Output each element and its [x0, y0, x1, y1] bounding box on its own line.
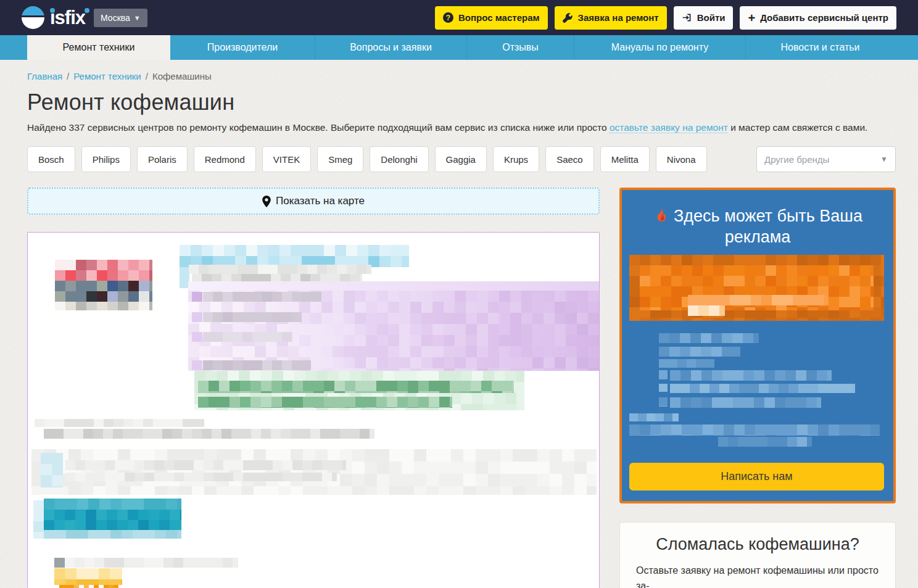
- svg-text:?: ?: [446, 14, 450, 22]
- site-logo[interactable]: isfix: [22, 6, 85, 29]
- question-circle-icon: ?: [443, 12, 453, 23]
- brand-filter-nivona[interactable]: Nivona: [656, 146, 707, 172]
- blurred-bullet: [192, 332, 202, 342]
- breadcrumb-current: Кофемашины: [152, 71, 212, 81]
- blurred-ad-text-line: [718, 437, 812, 447]
- city-label: Москва: [101, 13, 130, 23]
- brand-filter-delonghi[interactable]: Delonghi: [370, 146, 428, 172]
- breadcrumb-separator: /: [67, 71, 69, 81]
- blurred-ad-text-line: [670, 384, 855, 393]
- blurred-bullet: [192, 312, 202, 322]
- blurred-accent-strip: [41, 453, 63, 487]
- page-title: Ремонт кофемашин: [27, 89, 896, 115]
- blurred-ad-bullet: [659, 384, 668, 392]
- brand-filter-bosch[interactable]: Bosch: [27, 146, 75, 172]
- other-brands-dropdown[interactable]: Другие бренды ▼: [756, 146, 896, 172]
- ask-masters-button[interactable]: ? Вопрос мастерам: [435, 6, 548, 30]
- logo-dot-icon: [85, 8, 89, 13]
- chevron-down-icon: ▼: [880, 155, 888, 164]
- blurred-listing-title: [180, 245, 409, 256]
- header-actions: ? Вопрос мастерам Заявка на ремонт Войти…: [435, 6, 896, 30]
- blurred-text-line: [65, 473, 337, 481]
- blurred-text-line: [65, 460, 346, 470]
- blurred-action-button: [44, 530, 181, 539]
- blurred-ad-text-line: [670, 370, 832, 381]
- blurred-ad-banner-highlight: [688, 295, 829, 305]
- service-listing-card: [27, 232, 600, 588]
- blurred-action-button: [44, 499, 181, 510]
- blurred-ad-text-line: [670, 397, 821, 408]
- ad-title: Здесь может быть Ваша реклама: [640, 206, 875, 248]
- brand-filter-redmond[interactable]: Redmond: [194, 146, 256, 172]
- blurred-review-icon: [54, 558, 65, 568]
- logo-dot-icon: [50, 8, 55, 13]
- blurred-text-line: [203, 360, 311, 370]
- blurred-rating-stars: [54, 585, 118, 588]
- breadcrumb-separator: /: [146, 71, 148, 81]
- blurred-ad-bullet: [659, 397, 668, 407]
- blurred-ad-banner-highlight: [688, 305, 725, 316]
- login-icon: [682, 12, 692, 23]
- blurred-text-line: [44, 429, 374, 439]
- blurred-listing-logo: [55, 260, 152, 282]
- wrench-icon: [563, 12, 573, 23]
- blurred-highlight-texture: [188, 291, 600, 371]
- brand-filter-melitta[interactable]: Melitta: [600, 146, 650, 172]
- breadcrumb-repair[interactable]: Ремонт техники: [73, 71, 141, 81]
- blurred-description-block: [31, 449, 597, 495]
- advertising-box: Здесь может быть Ваша реклама Напис: [619, 188, 896, 503]
- breadcrumb-home[interactable]: Главная: [27, 71, 62, 81]
- brand-filter-smeg[interactable]: Smeg: [317, 146, 363, 172]
- plus-icon: +: [748, 12, 755, 24]
- top-header: isfix Москва ▼ ? Вопрос мастерам Заявка …: [0, 0, 918, 35]
- show-on-map-button[interactable]: Показать на карте: [27, 188, 600, 215]
- tab-voprosy-i-zayavki[interactable]: Вопросы и заявки: [315, 35, 466, 60]
- main-nav: Ремонт техники Производители Вопросы и з…: [0, 35, 918, 60]
- blurred-action-button: [44, 510, 181, 530]
- tab-remont-tekhniki[interactable]: Ремонт техники: [27, 35, 170, 60]
- brand-filter-krups[interactable]: Krups: [493, 146, 539, 172]
- blurred-ad-text-line: [659, 347, 740, 357]
- brand-filter-saeco[interactable]: Saeco: [545, 146, 594, 172]
- breadcrumb: Главная / Ремонт техники / Кофемашины: [27, 71, 896, 81]
- blurred-text-line: [35, 419, 204, 427]
- blurred-rating-stars: [54, 568, 122, 579]
- logo-ball-icon: [22, 6, 44, 29]
- flame-icon: [653, 207, 669, 223]
- blurred-text-line: [189, 265, 371, 274]
- blurred-ad-text-line: [629, 413, 679, 421]
- blurred-bullet: [192, 292, 202, 302]
- tab-manualy-po-remontu[interactable]: Мануалы по ремонту: [574, 35, 745, 60]
- tab-otzyvy[interactable]: Отзывы: [466, 35, 574, 60]
- add-service-center-button[interactable]: + Добавить сервисный центр: [740, 6, 896, 30]
- blurred-text-line: [65, 558, 238, 568]
- logo-text: isfix: [50, 8, 85, 27]
- blurred-text-line: [203, 332, 292, 342]
- tab-proizvoditeli[interactable]: Производители: [170, 35, 315, 60]
- brand-filter-vitek[interactable]: VITEK: [262, 146, 311, 172]
- map-pin-icon: [262, 196, 271, 207]
- repair-request-button[interactable]: Заявка на ремонт: [555, 6, 667, 30]
- blurred-accent-strip: [33, 500, 44, 539]
- brand-filter-polaris[interactable]: Polaris: [137, 146, 188, 172]
- blurred-text-line: [203, 312, 302, 322]
- tab-novosti-i-stati[interactable]: Новости и статьи: [745, 35, 895, 60]
- brand-filter-philips[interactable]: Philips: [81, 146, 131, 172]
- write-to-us-button[interactable]: Написать нам: [629, 463, 884, 491]
- info-box-title: Сломалась кофемашина?: [636, 535, 879, 554]
- brand-filter-row: Bosch Philips Polaris Redmond VITEK Smeg…: [27, 146, 896, 172]
- blurred-text-line: [203, 292, 321, 302]
- login-button[interactable]: Войти: [674, 6, 734, 30]
- blurred-rating-stars: [54, 579, 122, 585]
- city-selector[interactable]: Москва ▼: [94, 9, 147, 27]
- blurred-ad-text-line: [659, 333, 759, 343]
- leave-request-link[interactable]: оставьте заявку на ремонт: [610, 122, 728, 133]
- blurred-metro-row: [198, 397, 452, 408]
- blurred-ad-text-line: [629, 424, 880, 436]
- blurred-listing-logo: [55, 302, 152, 310]
- chevron-down-icon: ▼: [134, 14, 141, 22]
- blurred-listing-logo: [55, 281, 152, 302]
- blurred-ad-bullet: [659, 370, 668, 379]
- blurred-highlight-band: [188, 281, 600, 291]
- brand-filter-gaggia[interactable]: Gaggia: [435, 146, 487, 172]
